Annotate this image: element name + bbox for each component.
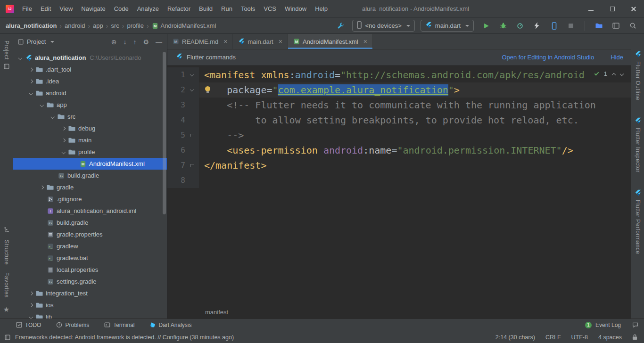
- chevron-down-icon[interactable]: [18, 56, 22, 60]
- tree-item-profile[interactable]: profile: [13, 146, 167, 158]
- chevron-right-icon[interactable]: [29, 292, 33, 295]
- project-view-dropdown[interactable]: Project: [27, 38, 46, 45]
- menu-window[interactable]: Window: [281, 0, 311, 18]
- fold-marker-icon[interactable]: [190, 164, 194, 167]
- code-line-6[interactable]: 6 <uses-permission android:name="android…: [167, 143, 631, 158]
- code-editor[interactable]: 1<manifest xmlns:android="http://schemas…: [167, 65, 631, 306]
- tree-item-build.gradle[interactable]: Gbuild.gradle: [13, 217, 167, 229]
- chevron-down-icon[interactable]: [40, 103, 44, 107]
- breadcrumb-AndroidManifest.xml[interactable]: MAndroidManifest.xml: [152, 22, 216, 29]
- tree-item-gradle[interactable]: gradle: [13, 181, 167, 193]
- tree-item-ios[interactable]: ios: [13, 299, 167, 311]
- toolwindow-button-dart-analysis[interactable]: Dart Analysis: [150, 322, 192, 328]
- hide-banner-link[interactable]: Hide: [611, 54, 623, 61]
- tree-item-.idea[interactable]: .idea: [13, 75, 167, 87]
- debug-button[interactable]: [497, 20, 509, 32]
- flutter-device-button[interactable]: [548, 20, 560, 32]
- apply-changes-button[interactable]: [531, 20, 543, 32]
- menu-analyze[interactable]: Analyze: [133, 0, 163, 18]
- favorites-star-icon[interactable]: ★: [3, 305, 9, 314]
- close-tab-icon[interactable]: ×: [279, 38, 282, 45]
- tab-main.dart[interactable]: main.dart×: [233, 34, 288, 49]
- tree-item-settings.gradle[interactable]: Gsettings.gradle: [13, 276, 167, 287]
- code-line-7[interactable]: 7</manifest>: [167, 158, 631, 173]
- code-line-3[interactable]: 3 <!-- Flutter needs it to communicate w…: [167, 98, 631, 113]
- search-everywhere-button[interactable]: [627, 20, 638, 32]
- editor-breadcrumb[interactable]: manifest: [167, 306, 631, 318]
- breadcrumb-profile[interactable]: profile: [127, 22, 143, 29]
- tree-item-local.properties[interactable]: local.properties: [13, 264, 167, 276]
- tree-item-app[interactable]: app: [13, 99, 167, 111]
- breadcrumb-alura_notification[interactable]: alura_notification: [6, 22, 57, 29]
- tree-item-AndroidManifest.xml[interactable]: MAndroidManifest.xml: [13, 158, 167, 170]
- toolwindow-toggle-icon[interactable]: [5, 335, 10, 340]
- file-encoding[interactable]: UTF-8: [571, 334, 588, 341]
- open-in-android-studio-link[interactable]: Open for Editing in Android Studio: [502, 54, 594, 61]
- notification-balloon-icon[interactable]: [632, 322, 638, 328]
- tree-item-.dart_tool[interactable]: .dart_tool: [13, 64, 167, 75]
- tree-item-alura_notification[interactable]: alura_notificationC:\Users\Leonardo: [13, 52, 167, 64]
- collapse-all-button[interactable]: ↑: [133, 39, 136, 45]
- line-separator[interactable]: CRLF: [545, 334, 561, 341]
- breadcrumb-src[interactable]: src: [111, 22, 119, 29]
- chevron-right-icon[interactable]: [62, 139, 66, 142]
- lock-icon[interactable]: [632, 334, 637, 340]
- menu-help[interactable]: Help: [311, 0, 332, 18]
- close-button[interactable]: [623, 0, 644, 18]
- fold-marker-icon[interactable]: [190, 134, 194, 137]
- tool-button-flutter-inspector[interactable]: Flutter Inspector: [635, 117, 641, 172]
- flutter-wrench-button[interactable]: [335, 20, 347, 32]
- event-log-button[interactable]: Event Log: [595, 322, 621, 328]
- tool-button-project[interactable]: Project: [3, 41, 10, 69]
- chevron-right-icon[interactable]: [62, 127, 66, 131]
- code-line-5[interactable]: 5 -->: [167, 128, 631, 143]
- tool-button-flutter-performance[interactable]: Flutter Performance: [635, 189, 641, 254]
- menu-refactor[interactable]: Refactor: [163, 0, 195, 18]
- chevron-right-icon[interactable]: [29, 80, 33, 83]
- next-problem-icon[interactable]: [620, 72, 624, 75]
- chevron-right-icon[interactable]: [29, 303, 33, 307]
- tree-item-alura_notification_android.iml[interactable]: Ialura_notification_android.iml: [13, 205, 167, 217]
- tree-item-gradlew[interactable]: >_gradlew: [13, 240, 167, 252]
- hide-button[interactable]: —: [156, 39, 162, 45]
- tree-item-gradle.properties[interactable]: gradle.properties: [13, 229, 167, 240]
- fold-marker-icon[interactable]: [190, 88, 194, 91]
- stop-button[interactable]: [565, 20, 577, 32]
- run-config-selector[interactable]: main.dart: [421, 20, 474, 32]
- fold-marker-icon[interactable]: [190, 73, 194, 76]
- code-line-1[interactable]: 1<manifest xmlns:android="http://schemas…: [167, 67, 631, 82]
- tree-item-debug[interactable]: debug: [13, 122, 167, 134]
- settings-button[interactable]: ⚙: [143, 39, 149, 45]
- close-tab-icon[interactable]: ×: [223, 38, 227, 45]
- scrollbar[interactable]: [163, 52, 166, 214]
- project-structure-button[interactable]: [593, 20, 604, 32]
- menu-build[interactable]: Build: [195, 0, 217, 18]
- tree-item-gradlew.bat[interactable]: >_gradlew.bat: [13, 252, 167, 264]
- menu-run[interactable]: Run: [217, 0, 237, 18]
- breadcrumb-manifest[interactable]: manifest: [205, 309, 228, 316]
- tree-item-build.gradle[interactable]: Gbuild.gradle: [13, 170, 167, 181]
- layout-button[interactable]: [610, 20, 621, 32]
- menu-navigate[interactable]: Navigate: [77, 0, 109, 18]
- menu-vcs[interactable]: VCS: [259, 0, 281, 18]
- device-selector[interactable]: <no devices>: [352, 20, 414, 32]
- code-line-8[interactable]: 8: [167, 173, 631, 188]
- intention-bulb-icon[interactable]: [205, 86, 210, 91]
- prev-problem-icon[interactable]: [612, 73, 616, 76]
- tool-button-flutter-outline[interactable]: Flutter Outline: [635, 51, 641, 100]
- breadcrumb-android[interactable]: android: [65, 22, 85, 29]
- tree-item-main[interactable]: main: [13, 134, 167, 146]
- menu-file[interactable]: File: [18, 0, 36, 18]
- tree-item-.gitignore[interactable]: .gitignore: [13, 193, 167, 205]
- tool-button-structure[interactable]: Structure: [3, 240, 10, 265]
- menu-edit[interactable]: Edit: [36, 0, 55, 18]
- chevron-right-icon[interactable]: [29, 68, 33, 72]
- chevron-down-icon[interactable]: [51, 115, 55, 119]
- tree-item-lib[interactable]: lib: [13, 311, 167, 318]
- expand-all-button[interactable]: ↓: [123, 39, 126, 45]
- tab-README.md[interactable]: MREADME.md×: [167, 34, 233, 49]
- profiler-button[interactable]: [514, 20, 526, 32]
- tree-item-integration_test[interactable]: integration_test: [13, 287, 167, 299]
- tree-item-src[interactable]: src: [13, 111, 167, 122]
- tool-button-favorites[interactable]: Favorites: [3, 272, 10, 298]
